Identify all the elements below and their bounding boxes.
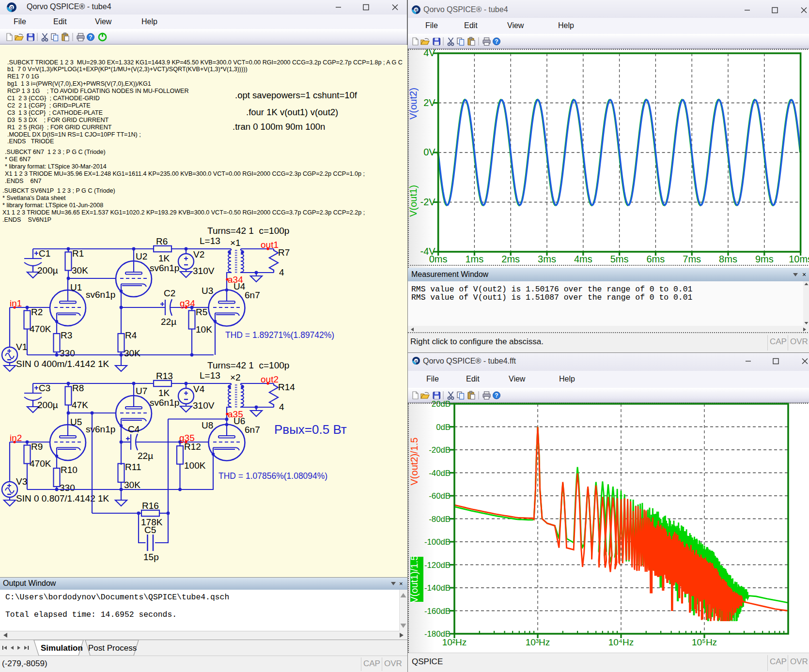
svg-text:R6: R6 — [156, 236, 168, 246]
svg-text:RCP 1 3 1G ; TO AVOID FLOAT: RCP 1 3 1G ; TO AVOID FLOATING NODES IN … — [7, 88, 189, 94]
svg-text:U8: U8 — [202, 420, 213, 430]
svg-text:SIN 0 400m/1.4142 1K: SIN 0 400m/1.4142 1K — [16, 359, 109, 369]
svg-text:X1 1 2 3 TRIODE MU=35.96 EX=1.: X1 1 2 3 TRIODE MU=35.96 EX=1.248 KG1=16… — [5, 170, 365, 177]
svg-text:4: 4 — [279, 267, 284, 277]
svg-text:4: 4 — [279, 402, 284, 412]
svg-text:bg1 1 3 i=(PWR(V(7,0),EX)+PWR: bg1 1 3 i=(PWR(V(7,0),EX)+PWRS(V(7,0),EX… — [7, 80, 151, 87]
svg-text:U2: U2 — [136, 251, 147, 261]
svg-text:22µ: 22µ — [161, 317, 176, 327]
svg-text:.SUBCKT 6N7 1 2 3 ; P G C (Tr: .SUBCKT 6N7 1 2 3 ; P G C (Triode) — [5, 149, 106, 155]
svg-text:out2: out2 — [261, 374, 279, 384]
svg-text:R14: R14 — [278, 382, 295, 392]
svg-text:?: ? — [89, 34, 92, 41]
svg-text:.opt savepowers=1 cshunt=10f: .opt savepowers=1 cshunt=10f — [235, 90, 358, 100]
svg-text:SIN 0 0.807/1.4142 1K: SIN 0 0.807/1.4142 1K — [16, 493, 109, 504]
svg-text:.SUBCKT SV6N1P 1 2 3 ; P G C: .SUBCKT SV6N1P 1 2 3 ; P G C (Triode) — [2, 187, 115, 194]
svg-text:g34: g34 — [180, 298, 195, 308]
svg-text:Turns=42 1 c=100p: Turns=42 1 c=100p — [207, 226, 289, 236]
svg-text:.MODEL DX D(IS=1N RS=1 CJO=10P: .MODEL DX D(IS=1N RS=1 CJO=10PF TT=1N) ; — [7, 131, 141, 138]
svg-text:* GE 6N7: * GE 6N7 — [5, 156, 31, 163]
svg-text:R9: R9 — [31, 442, 43, 452]
svg-text:×: × — [802, 271, 806, 278]
svg-text:Post Process: Post Process — [88, 643, 137, 653]
svg-text:RE1 7 0 1G: RE1 7 0 1G — [7, 73, 39, 80]
svg-text:C3: C3 — [39, 383, 50, 393]
svg-text:a34: a34 — [228, 275, 243, 285]
svg-text:out1: out1 — [261, 240, 279, 250]
svg-text:in2: in2 — [10, 433, 22, 443]
svg-text:* Svetlana's Data sheet: * Svetlana's Data sheet — [2, 195, 66, 201]
svg-text:200µ: 200µ — [37, 265, 58, 275]
svg-text:* library format: LTSpice 30-M: * library format: LTSpice 30-Mar-2014 — [5, 163, 107, 170]
svg-text:R13: R13 — [156, 371, 173, 381]
svg-text:sv6n1p: sv6n1p — [86, 424, 115, 434]
svg-text:6n7: 6n7 — [245, 290, 260, 300]
svg-text:q: q — [10, 5, 13, 10]
svg-text:q: q — [415, 359, 418, 363]
svg-text:10K: 10K — [196, 324, 212, 335]
svg-text:V1: V1 — [16, 342, 27, 352]
svg-text:C2 2 1 {CGP} ; GRID=PLATE: C2 2 1 {CGP} ; GRID=PLATE — [7, 102, 91, 109]
svg-text:C2: C2 — [164, 288, 175, 298]
svg-text:470K: 470K — [30, 324, 51, 334]
svg-text:×1: ×1 — [230, 238, 241, 248]
svg-text:in1: in1 — [10, 298, 22, 308]
svg-text:R7: R7 — [278, 247, 290, 258]
svg-text:1K: 1K — [158, 388, 170, 398]
svg-text:330: 330 — [60, 483, 75, 493]
svg-text:310V: 310V — [193, 266, 215, 276]
svg-text:15p: 15p — [143, 552, 159, 562]
svg-text:L=13: L=13 — [200, 370, 220, 381]
svg-text:Turns=42 1 c=100p: Turns=42 1 c=100p — [207, 360, 289, 370]
svg-text:470K: 470K — [30, 458, 51, 469]
svg-text:R10: R10 — [61, 465, 78, 475]
svg-text:U1: U1 — [70, 282, 82, 292]
svg-text:?: ? — [495, 392, 498, 399]
svg-text:310V: 310V — [193, 400, 215, 411]
svg-text:R1 2 5 {RGI} ; FOR GRID CURR: R1 2 5 {RGI} ; FOR GRID CURRENT — [7, 124, 112, 131]
svg-text:.ENDS 6N7: .ENDS 6N7 — [5, 178, 42, 184]
svg-text:C1: C1 — [39, 248, 50, 259]
svg-text:sv6n1p: sv6n1p — [86, 290, 115, 300]
svg-text:q: q — [415, 7, 418, 12]
svg-text:a35: a35 — [228, 409, 243, 419]
svg-text:.ENDS SV6N1P: .ENDS SV6N1P — [2, 216, 51, 223]
svg-text:200µ: 200µ — [37, 400, 58, 410]
svg-text:30K: 30K — [124, 348, 140, 358]
svg-text:C5: C5 — [144, 525, 156, 535]
svg-text:R3: R3 — [61, 330, 72, 340]
svg-text:30K: 30K — [72, 265, 88, 275]
svg-text:D3 5 3 DX ; FOR GRID CURRE: D3 5 3 DX ; FOR GRID CURRENT — [7, 117, 109, 123]
svg-text:.tran 0 100m 90m 100n: .tran 0 100m 90m 100n — [233, 122, 325, 132]
svg-text:R4: R4 — [125, 330, 137, 340]
svg-text:R2: R2 — [31, 307, 43, 317]
svg-text:THD = 1.07856%(1.08094%): THD = 1.07856%(1.08094%) — [218, 471, 327, 481]
svg-text:L=13: L=13 — [200, 236, 220, 246]
svg-text:R11: R11 — [125, 462, 141, 472]
svg-text:?: ? — [495, 38, 498, 45]
svg-text:* library format: LTSpice 01-J: * library format: LTSpice 01-Jun-2008 — [2, 202, 103, 209]
svg-text:.four 1K v(out1) v(out2): .four 1K v(out1) v(out2) — [246, 107, 338, 117]
svg-text:.ENDS TRIODE: .ENDS TRIODE — [7, 138, 54, 145]
svg-text:sv6n1p: sv6n1p — [150, 263, 179, 273]
svg-text:V2: V2 — [193, 249, 204, 260]
svg-text:sv6n1p: sv6n1p — [150, 397, 179, 408]
svg-text:V4: V4 — [193, 384, 205, 394]
svg-text:330: 330 — [60, 348, 75, 358]
svg-text:.SUBCKT TRIODE 1 2 3 MU=29.30: .SUBCKT TRIODE 1 2 3 MU=29.30 EX=1.332 K… — [7, 59, 403, 66]
svg-text:R1: R1 — [72, 248, 84, 259]
svg-text:47K: 47K — [72, 400, 88, 410]
svg-text:6n7: 6n7 — [245, 425, 260, 435]
svg-text:R5: R5 — [196, 307, 207, 317]
svg-text:C3 1 3 {CCP} ; CATHODE-PLATE: C3 1 3 {CCP} ; CATHODE-PLATE — [7, 109, 103, 116]
svg-text:R16: R16 — [142, 501, 159, 511]
svg-text:22µ: 22µ — [138, 451, 153, 461]
svg-text:R8: R8 — [72, 383, 84, 393]
svg-text:×2: ×2 — [230, 372, 241, 382]
svg-text:30K: 30K — [124, 480, 140, 490]
svg-text:X1 1 2 3 TRIODE MU=36.65 EX=1.: X1 1 2 3 TRIODE MU=36.65 EX=1.537 KG1=10… — [2, 209, 365, 216]
svg-text:100K: 100K — [184, 460, 206, 471]
svg-text:U3: U3 — [202, 286, 213, 296]
svg-text:V3: V3 — [16, 476, 27, 487]
svg-text:Рвых=0.5 Вт: Рвых=0.5 Вт — [274, 422, 347, 437]
